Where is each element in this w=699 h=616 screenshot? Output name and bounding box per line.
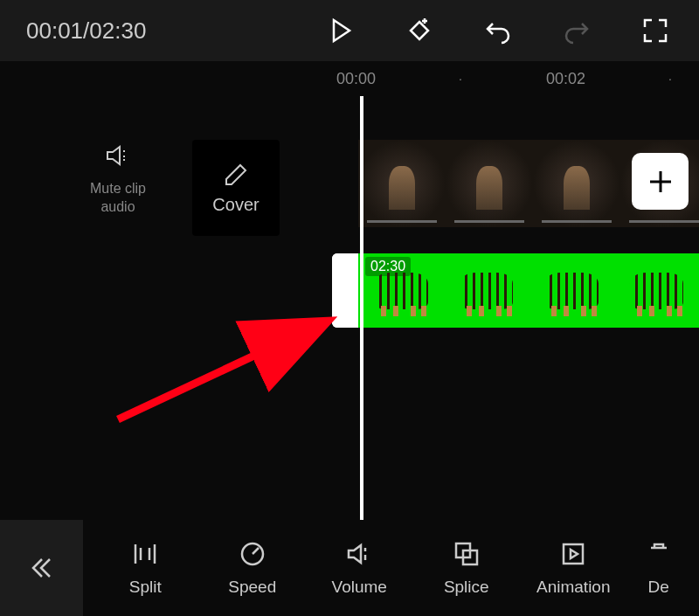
speed-tool[interactable]: Speed <box>213 539 292 597</box>
speed-icon <box>238 539 267 569</box>
chevron-double-left-icon <box>29 555 55 581</box>
svg-rect-5 <box>564 544 583 564</box>
volume-icon <box>344 539 374 569</box>
video-track-2[interactable]: 02:30 <box>332 253 699 328</box>
redo-icon <box>563 17 591 45</box>
clip-thumbnail <box>630 273 684 309</box>
timeline-area: 00:00 · 00:02 · Mute clip audio Cover <box>0 61 699 520</box>
video-frame <box>358 140 446 227</box>
tool-label: De <box>648 578 669 597</box>
tool-label: Split <box>129 578 162 597</box>
ruler-tick: · <box>668 72 672 86</box>
annotation-arrow <box>109 315 345 428</box>
video-frame <box>533 140 620 227</box>
ruler-tick: · <box>459 72 462 86</box>
split-icon <box>130 539 160 569</box>
edit-pencil-icon <box>223 162 249 188</box>
splice-icon <box>452 539 481 569</box>
play-icon <box>327 17 355 45</box>
delete-tool[interactable]: De <box>641 539 676 597</box>
keyframe-add-icon <box>405 17 433 45</box>
redo-button[interactable] <box>559 13 594 48</box>
tool-label: Volume <box>332 578 387 597</box>
timecode-display: 00:01/02:30 <box>26 17 146 45</box>
clip-left-controls: Mute clip audio Cover <box>79 140 280 236</box>
svg-line-1 <box>118 323 323 419</box>
bottom-toolbar: Split Speed Volume Splice <box>0 520 699 616</box>
speaker-mute-icon <box>102 140 134 171</box>
animation-tool[interactable]: Animation <box>534 539 612 597</box>
green-screen-clip[interactable]: 02:30 <box>358 253 699 328</box>
split-tool[interactable]: Split <box>106 539 184 597</box>
fullscreen-icon <box>641 17 669 45</box>
top-toolbar: 00:01/02:30 <box>0 0 699 61</box>
clip-thumbnail <box>460 273 514 309</box>
playhead[interactable] <box>360 96 363 520</box>
undo-icon <box>484 17 512 45</box>
play-button[interactable] <box>323 13 358 48</box>
tool-label: Animation <box>536 578 611 597</box>
playback-controls <box>323 13 673 48</box>
tool-label: Speed <box>228 578 276 597</box>
mute-label: Mute clip audio <box>79 180 157 217</box>
fullscreen-button[interactable] <box>638 13 673 48</box>
tool-label: Splice <box>444 578 489 597</box>
trash-icon <box>644 539 674 569</box>
plus-icon <box>645 166 676 197</box>
ruler-mark: 00:02 <box>546 70 585 88</box>
animation-icon <box>558 539 588 569</box>
video-frame <box>446 140 533 227</box>
undo-button[interactable] <box>481 13 516 48</box>
mute-clip-audio-button[interactable]: Mute clip audio <box>79 140 157 217</box>
clip-thumbnail <box>544 273 599 309</box>
splice-tool[interactable]: Splice <box>427 539 506 597</box>
time-ruler[interactable]: 00:00 · 00:02 · <box>323 61 699 96</box>
back-button[interactable] <box>0 520 83 616</box>
keyframe-button[interactable] <box>402 13 437 48</box>
cover-label: Cover <box>212 195 259 215</box>
ruler-mark: 00:00 <box>336 70 376 88</box>
clip-thumbnail <box>374 273 428 309</box>
cover-button[interactable]: Cover <box>192 140 280 236</box>
add-clip-button[interactable] <box>632 153 689 210</box>
edit-tools: Split Speed Volume Splice <box>83 539 699 597</box>
volume-tool[interactable]: Volume <box>320 539 398 597</box>
